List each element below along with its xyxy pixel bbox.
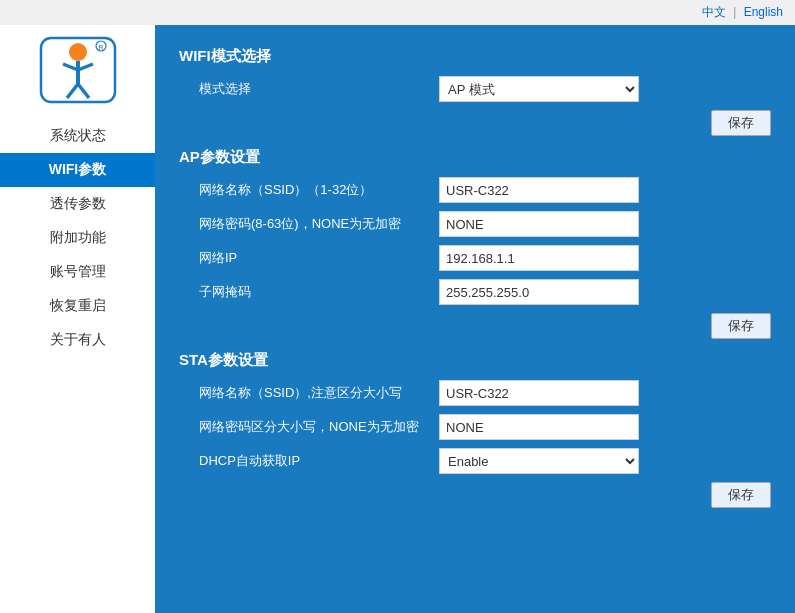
logo-area: R <box>38 35 118 105</box>
wifi-mode-row: 模式选择 AP 模式 STA 模式 AP+STA 模式 <box>179 76 771 102</box>
sta-save-button[interactable]: 保存 <box>711 482 771 508</box>
ap-save-row: 保存 <box>179 313 771 339</box>
ap-ssid-row: 网络名称（SSID）（1-32位） <box>179 177 771 203</box>
sidebar-item-wifi-params[interactable]: WIFI参数 <box>0 153 155 187</box>
svg-line-4 <box>78 64 93 70</box>
sta-password-label: 网络密码区分大小写，NONE为无加密 <box>179 418 439 436</box>
sidebar-item-restore-restart[interactable]: 恢复重启 <box>0 289 155 323</box>
svg-line-3 <box>63 64 78 70</box>
ap-ssid-label: 网络名称（SSID）（1-32位） <box>179 181 439 199</box>
sta-save-row: 保存 <box>179 482 771 508</box>
main-layout: R 系统状态 WIFI参数 透传参数 附加功能 账号管理 恢复重启 关于有人 W… <box>0 25 795 613</box>
wifi-mode-save-row: 保存 <box>179 110 771 136</box>
ap-subnet-row: 子网掩码 <box>179 279 771 305</box>
language-bar: 中文 | English <box>0 0 795 25</box>
svg-line-6 <box>78 84 89 98</box>
sidebar-item-system-status[interactable]: 系统状态 <box>0 119 155 153</box>
wifi-mode-save-button[interactable]: 保存 <box>711 110 771 136</box>
sta-ssid-label: 网络名称（SSID）,注意区分大小写 <box>179 384 439 402</box>
sta-ssid-input[interactable] <box>439 380 639 406</box>
ap-ssid-input[interactable] <box>439 177 639 203</box>
sta-password-input[interactable] <box>439 414 639 440</box>
lang-zh-link[interactable]: 中文 <box>702 5 726 19</box>
wifi-mode-label: 模式选择 <box>179 80 439 98</box>
sidebar-item-extra-features[interactable]: 附加功能 <box>0 221 155 255</box>
ap-password-label: 网络密码(8-63位)，NONE为无加密 <box>179 215 439 233</box>
sta-dhcp-row: DHCP自动获取IP Enable Disable <box>179 448 771 474</box>
svg-line-5 <box>67 84 78 98</box>
sta-dhcp-label: DHCP自动获取IP <box>179 452 439 470</box>
svg-text:R: R <box>98 44 103 51</box>
ap-ip-label: 网络IP <box>179 249 439 267</box>
ap-section-title: AP参数设置 <box>179 148 771 167</box>
lang-separator: | <box>733 5 736 19</box>
sta-dhcp-select[interactable]: Enable Disable <box>439 448 639 474</box>
ap-save-button[interactable]: 保存 <box>711 313 771 339</box>
wifi-mode-select[interactable]: AP 模式 STA 模式 AP+STA 模式 <box>439 76 639 102</box>
sidebar-item-transparent-params[interactable]: 透传参数 <box>0 187 155 221</box>
sta-ssid-row: 网络名称（SSID）,注意区分大小写 <box>179 380 771 406</box>
ap-ip-input[interactable] <box>439 245 639 271</box>
sta-password-row: 网络密码区分大小写，NONE为无加密 <box>179 414 771 440</box>
sidebar: R 系统状态 WIFI参数 透传参数 附加功能 账号管理 恢复重启 关于有人 <box>0 25 155 613</box>
logo-image: R <box>39 36 117 104</box>
ap-subnet-label: 子网掩码 <box>179 283 439 301</box>
ap-ip-row: 网络IP <box>179 245 771 271</box>
ap-subnet-input[interactable] <box>439 279 639 305</box>
wifi-mode-section-title: WIFI模式选择 <box>179 47 771 66</box>
sidebar-item-account-mgmt[interactable]: 账号管理 <box>0 255 155 289</box>
main-content: WIFI模式选择 模式选择 AP 模式 STA 模式 AP+STA 模式 保存 … <box>155 25 795 613</box>
ap-password-row: 网络密码(8-63位)，NONE为无加密 <box>179 211 771 237</box>
sidebar-item-about[interactable]: 关于有人 <box>0 323 155 357</box>
sta-section-title: STA参数设置 <box>179 351 771 370</box>
svg-point-1 <box>69 43 87 61</box>
ap-password-input[interactable] <box>439 211 639 237</box>
lang-en-link[interactable]: English <box>744 5 783 19</box>
